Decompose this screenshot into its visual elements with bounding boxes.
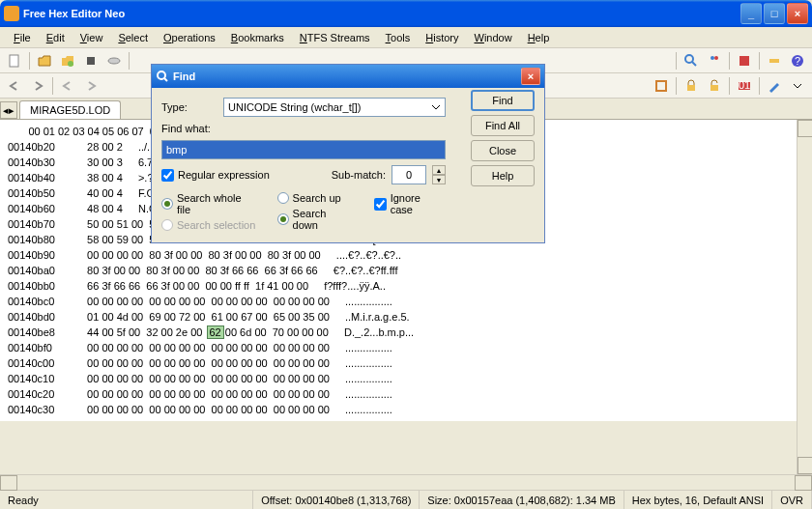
chip-icon[interactable] <box>80 50 102 71</box>
redo2-icon[interactable] <box>80 75 102 97</box>
submatch-down[interactable]: ▼ <box>432 175 446 184</box>
puzzle-icon[interactable] <box>734 50 755 71</box>
submatch-input[interactable] <box>392 165 426 184</box>
tab-nav-button[interactable]: ◂▸ <box>0 101 17 119</box>
svg-point-7 <box>714 56 718 60</box>
redo-icon[interactable] <box>27 75 48 97</box>
search-selection-radio: Search selection <box>161 219 258 231</box>
svg-text:01: 01 <box>739 79 750 91</box>
menu-history[interactable]: History <box>420 30 464 45</box>
app-title: Free Hex Editor Neo <box>23 8 740 19</box>
hex-row[interactable]: 00140bc0 00 00 00 00 00 00 00 00 00 00 0… <box>8 294 804 309</box>
find-close-button[interactable]: × <box>521 68 540 85</box>
type-label: Type: <box>161 101 218 113</box>
settings-icon[interactable] <box>764 50 785 71</box>
help-icon[interactable]: ? <box>787 50 808 71</box>
hex-row[interactable]: 00140c00 00 00 00 00 00 00 00 00 00 00 0… <box>8 355 804 371</box>
svg-point-3 <box>108 58 120 64</box>
pencil-icon[interactable] <box>764 75 785 97</box>
findwhat-input[interactable] <box>161 140 446 159</box>
menu-ntfs[interactable]: NTFS Streams <box>294 30 376 45</box>
horizontal-scrollbar[interactable] <box>0 474 812 490</box>
svg-text:?: ? <box>795 55 800 67</box>
svg-rect-13 <box>687 85 695 91</box>
menu-bookmarks[interactable]: Bookmarks <box>225 30 290 45</box>
search-whole-radio[interactable]: Search whole file <box>161 192 258 215</box>
svg-rect-12 <box>656 81 666 91</box>
unlock-icon[interactable] <box>704 75 725 97</box>
hex-row[interactable]: 00140bd0 01 00 4d 00 69 00 72 00 61 00 6… <box>8 309 804 325</box>
hex-row[interactable]: 00140c20 00 00 00 00 00 00 00 00 00 00 0… <box>8 386 804 402</box>
lock-icon[interactable] <box>681 75 702 97</box>
search-down-radio[interactable]: Search down <box>277 208 355 231</box>
submatch-label: Sub-match: <box>332 169 386 181</box>
regex-checkbox[interactable]: Regular expression <box>161 169 270 182</box>
chevron-down-icon[interactable] <box>787 75 808 97</box>
svg-rect-9 <box>769 59 779 63</box>
search-up-radio[interactable]: Search up <box>277 192 355 204</box>
svg-rect-0 <box>10 55 18 67</box>
find-dialog-titlebar[interactable]: Find × <box>152 65 544 88</box>
find-button[interactable]: Find <box>471 90 535 111</box>
undo2-icon[interactable] <box>57 75 78 97</box>
svg-line-18 <box>164 78 167 81</box>
hex-row[interactable]: 00140c30 00 00 00 00 00 00 00 00 00 00 0… <box>8 402 804 417</box>
titlebar: Free Hex Editor Neo _ □ × <box>0 0 812 27</box>
svg-rect-14 <box>710 85 718 91</box>
menubar: File Edit View Select Operations Bookmar… <box>0 27 812 48</box>
find-dialog: Find × Type: UNICODE String (wchar_t[]) … <box>151 64 545 243</box>
findwhat-label: Find what: <box>161 123 218 134</box>
app-icon <box>4 6 19 21</box>
close-dlg-button[interactable]: Close <box>471 140 535 161</box>
maximize-button[interactable]: □ <box>764 3 785 24</box>
help-dlg-button[interactable]: Help <box>471 165 535 186</box>
open-icon[interactable] <box>34 50 55 71</box>
findall-button[interactable]: Find All <box>471 115 535 136</box>
tab-file[interactable]: MIRAGE5D.LOD <box>19 100 121 119</box>
submatch-up[interactable]: ▲ <box>432 165 446 175</box>
status-encoding: Hex bytes, 16, Default ANSI <box>624 491 772 509</box>
status-offset: Offset: 0x00140be8 (1,313,768) <box>253 491 420 509</box>
statusbar: Ready Offset: 0x00140be8 (1,313,768) Siz… <box>0 490 812 509</box>
svg-line-5 <box>692 62 696 66</box>
menu-file[interactable]: File <box>8 30 37 45</box>
users-icon[interactable] <box>704 50 725 71</box>
hex-row[interactable]: 00140b90 00 00 00 00 80 3f 00 00 80 3f 0… <box>8 247 804 263</box>
svg-rect-2 <box>87 57 95 65</box>
drive-icon[interactable] <box>103 50 125 71</box>
status-size: Size: 0x00157eaa (1,408,682): 1.34 MB <box>420 491 624 509</box>
close-button[interactable]: × <box>787 3 808 24</box>
svg-point-1 <box>68 61 73 67</box>
find-dialog-title: Find <box>173 71 521 82</box>
hex-row[interactable]: 00140bb0 66 3f 66 66 66 3f 00 00 00 00 f… <box>8 278 804 294</box>
find-icon[interactable] <box>681 50 702 71</box>
svg-point-4 <box>685 55 693 63</box>
menu-view[interactable]: View <box>74 30 109 45</box>
menu-select[interactable]: Select <box>112 30 154 45</box>
hex-row[interactable]: 00140ba0 80 3f 00 00 80 3f 00 00 80 3f 6… <box>8 263 804 278</box>
status-mode: OVR <box>772 491 812 509</box>
menu-tools[interactable]: Tools <box>380 30 417 45</box>
menu-window[interactable]: Window <box>469 30 518 45</box>
new-icon[interactable] <box>4 50 25 71</box>
menu-edit[interactable]: Edit <box>41 30 71 45</box>
hex-row[interactable]: 00140c10 00 00 00 00 00 00 00 00 00 00 0… <box>8 371 804 386</box>
crop-icon[interactable] <box>651 75 672 97</box>
svg-point-6 <box>710 56 714 60</box>
menu-operations[interactable]: Operations <box>158 30 221 45</box>
find-dialog-icon <box>156 70 169 83</box>
hex-row[interactable]: 00140bf0 00 00 00 00 00 00 00 00 00 00 0… <box>8 340 804 355</box>
undo-icon[interactable] <box>4 75 25 97</box>
hex-row[interactable]: 00140be8 44 00 5f 00 32 00 2e 00 62 00 6… <box>8 325 804 340</box>
counter-icon[interactable]: 01 <box>734 75 755 97</box>
menu-help[interactable]: Help <box>522 30 556 45</box>
type-select[interactable]: UNICODE String (wchar_t[]) <box>223 98 446 117</box>
minimize-button[interactable]: _ <box>740 3 762 24</box>
vertical-scrollbar[interactable] <box>797 120 812 474</box>
ignorecase-checkbox[interactable]: Ignore case <box>374 192 446 215</box>
status-ready: Ready <box>0 491 253 509</box>
open-gear-icon[interactable] <box>57 50 78 71</box>
svg-point-17 <box>158 71 165 79</box>
svg-rect-8 <box>740 56 749 66</box>
